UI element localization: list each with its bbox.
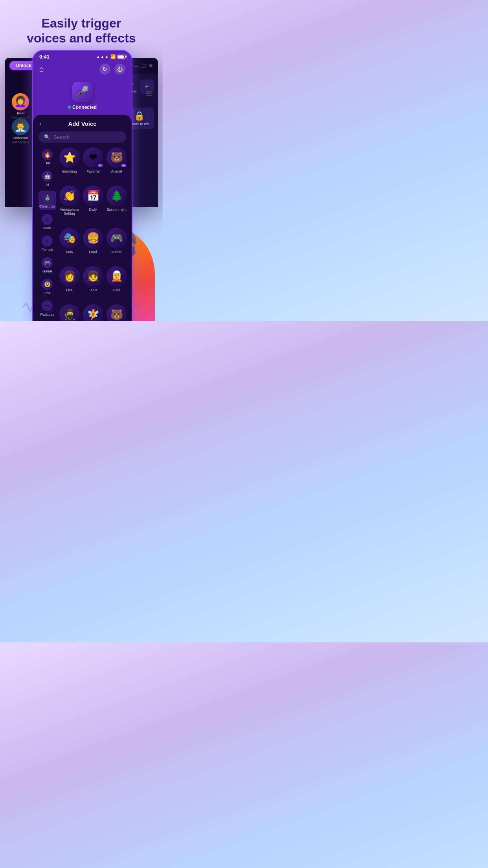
cat-icon: ♀: [42, 235, 53, 246]
window-controls: — □ ✕: [134, 63, 153, 69]
category-item-game[interactable]: 🎮 Game: [39, 256, 56, 275]
voice-card-icon: 🍔: [83, 228, 103, 248]
voice-card-favorite[interactable]: ❤ AI Favorite: [83, 147, 103, 182]
cat-label: AI: [46, 183, 49, 187]
voice-card-food[interactable]: 🍔 Food: [83, 228, 103, 263]
voice-card-icon: 👩: [59, 266, 80, 287]
connected-text: Connected: [72, 105, 97, 110]
voice-card-environment[interactable]: 🌲 Environment: [106, 186, 127, 224]
voice-card-label: Lisa: [66, 288, 73, 292]
cat-icon: 😨: [42, 279, 53, 290]
close-button[interactable]: ✕: [149, 63, 153, 69]
cat-label: Hot: [44, 161, 50, 165]
voice-card-ninja[interactable]: 🥷 Ninja: [59, 304, 80, 321]
category-item-male[interactable]: ♂ Male: [39, 212, 56, 232]
user-anderson[interactable]: 👨‍💼 Anderson Add keyboard: [12, 118, 29, 143]
anderson-name: Anderson: [13, 136, 28, 140]
voice-card-label: Mua: [66, 250, 73, 254]
ai-badge: AI: [121, 164, 126, 167]
connected-dot: [68, 106, 71, 108]
maximize-button[interactable]: □: [142, 63, 145, 69]
voice-card-label: Importing: [62, 169, 77, 173]
voice-card-fairy[interactable]: 🧚 Fairy: [83, 304, 103, 321]
cat-icon: 🤖: [42, 171, 53, 182]
category-item-music[interactable]: 🎵 Music: [39, 320, 56, 321]
status-time: 9:41: [39, 54, 50, 60]
user-hellen[interactable]: 👩‍🦱 Hellen Add keyboard: [12, 93, 29, 119]
voice-card-label: Food: [89, 250, 97, 254]
voice-card-label: Environment: [106, 208, 127, 211]
refresh-button[interactable]: ↻: [99, 64, 110, 75]
voice-card-icon: 🐻: [106, 304, 127, 321]
category-item-ai[interactable]: 🤖 AI: [39, 169, 56, 188]
ai-badge: AI: [98, 164, 103, 167]
voice-card-label: Game: [112, 250, 121, 254]
voice-card-icon: 🧝: [106, 266, 127, 287]
connected-badge: Connected: [68, 105, 97, 110]
voice-card-luoli[interactable]: 🧝 Luoli: [106, 266, 127, 301]
home-icon[interactable]: ⌂: [39, 64, 44, 74]
cat-icon: ♂: [42, 214, 53, 225]
voice-card-lisa[interactable]: 👩 Lisa: [59, 266, 80, 301]
voice-card-label: Daily: [89, 208, 97, 211]
voice-card-label: Luoli: [113, 288, 120, 292]
cat-label: Male: [44, 226, 51, 230]
voice-grid: ⭐ Importing ❤ AI Favorite 🐻 AI Animal 👏 …: [59, 147, 127, 321]
anderson-keyboard: Add keyboard: [12, 141, 29, 143]
voice-card-freddi[interactable]: 🐻 Freddi: [106, 304, 127, 321]
voice-card-icon: 🌲: [106, 186, 127, 206]
phone-overlay: 9:41 ▲▲▲ 📶 ⌂ ↻ ⏻ 🎤 Connected: [32, 50, 132, 321]
cat-icon: 〰: [42, 300, 53, 311]
search-bar[interactable]: 🔍: [39, 131, 126, 143]
app-logo: 🎤: [72, 82, 93, 102]
header-buttons: ↻ ⏻: [99, 64, 125, 75]
category-item-hot[interactable]: 🔥 Hot: [39, 147, 56, 167]
add-voice-panel: ← Add Voice 🔍 🔥 Hot 🤖 AI 🎄 Christmas ♂ M…: [33, 115, 132, 321]
voice-card-importing[interactable]: ⭐ Importing: [59, 147, 80, 182]
cat-label: Female: [41, 248, 53, 252]
voice-card-icon: ❤ AI: [83, 147, 103, 168]
voice-card-icon: 👧: [83, 266, 103, 287]
voice-card-animal[interactable]: 🐻 AI Animal: [106, 147, 127, 182]
voice-card-label: Animal: [111, 169, 122, 173]
hero-section: Easily trigger voices and effects: [0, 0, 163, 54]
hellen-name: Hellen: [15, 111, 26, 115]
voice-card-game[interactable]: 🎮 Game: [106, 228, 127, 263]
voice-content: 🔥 Hot 🤖 AI 🎄 Christmas ♂ Male ♀ Female 🎮…: [39, 147, 126, 321]
cat-label: Fear: [44, 291, 51, 295]
category-item-features[interactable]: 〰 Features: [39, 299, 56, 318]
cat-icon: 🎄: [42, 192, 53, 203]
minimize-button[interactable]: —: [134, 63, 139, 69]
voice-card-icon: 🎮: [106, 228, 127, 248]
hero-title: Easily trigger voices and effects: [8, 16, 155, 46]
app-logo-area: 🎤 Connected: [33, 79, 132, 115]
category-item-female[interactable]: ♀ Female: [39, 234, 56, 253]
search-input[interactable]: [53, 134, 121, 140]
voice-card-laola[interactable]: 👧 Laola: [83, 266, 103, 301]
cat-icon: 🔥: [42, 149, 53, 160]
voice-card-atmosphere-setting[interactable]: 👏 Atmosphere Setting: [59, 186, 80, 224]
status-bar: 9:41 ▲▲▲ 📶: [33, 51, 132, 61]
lock-icon: 🔒: [130, 111, 149, 121]
cat-label: Game: [42, 269, 52, 273]
share-text: Share to win: [130, 122, 149, 126]
category-item-christmas[interactable]: 🎄 Christmas: [39, 191, 56, 210]
desktop-window: Unlock Now 👤 | ✉ ⬡ ☰ | — □ ✕ 👩‍🦱 Hellen …: [5, 58, 158, 207]
voice-card-icon: 🥷: [59, 304, 80, 321]
status-icons: ▲▲▲ 📶: [96, 54, 125, 59]
voice-card-mua[interactable]: 🎭 Mua: [59, 228, 80, 263]
category-list: 🔥 Hot 🤖 AI 🎄 Christmas ♂ Male ♀ Female 🎮…: [39, 147, 56, 321]
power-button[interactable]: ⏻: [114, 64, 125, 75]
add-voice-title: Add Voice: [48, 120, 117, 127]
voice-card-daily[interactable]: 📅 Daily: [83, 186, 103, 224]
wifi-icon: 📶: [110, 54, 116, 59]
voice-card-icon: 🎭: [59, 228, 80, 248]
list-icon[interactable]: [145, 90, 154, 98]
search-icon: 🔍: [44, 134, 50, 140]
hellen-avatar: 👩‍🦱: [12, 93, 29, 110]
signal-icon: ▲▲▲: [96, 54, 109, 59]
category-item-fear[interactable]: 😨 Fear: [39, 277, 56, 296]
voice-card-label: Favorite: [86, 169, 99, 173]
back-button[interactable]: ←: [39, 120, 45, 127]
cat-label: Features: [40, 313, 54, 316]
